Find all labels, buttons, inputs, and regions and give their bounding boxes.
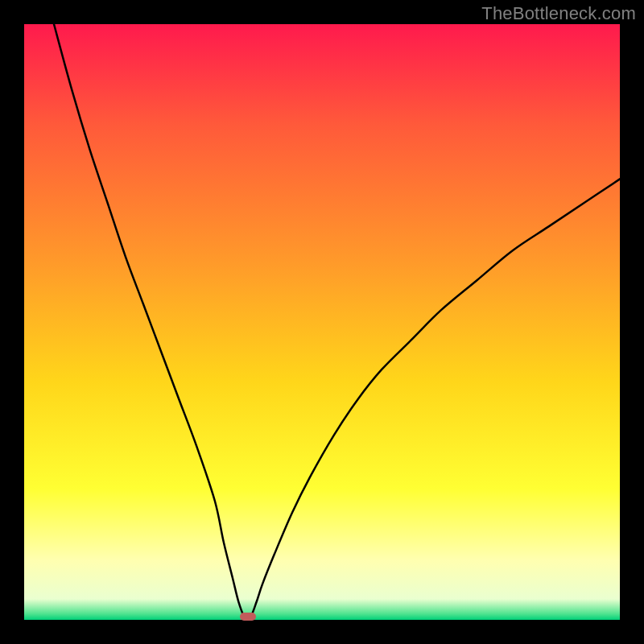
plot-area (24, 24, 620, 620)
chart-frame: TheBottleneck.com (0, 0, 644, 644)
chart-curve (24, 24, 620, 620)
minimum-marker (240, 613, 256, 621)
watermark-text: TheBottleneck.com (481, 3, 636, 24)
